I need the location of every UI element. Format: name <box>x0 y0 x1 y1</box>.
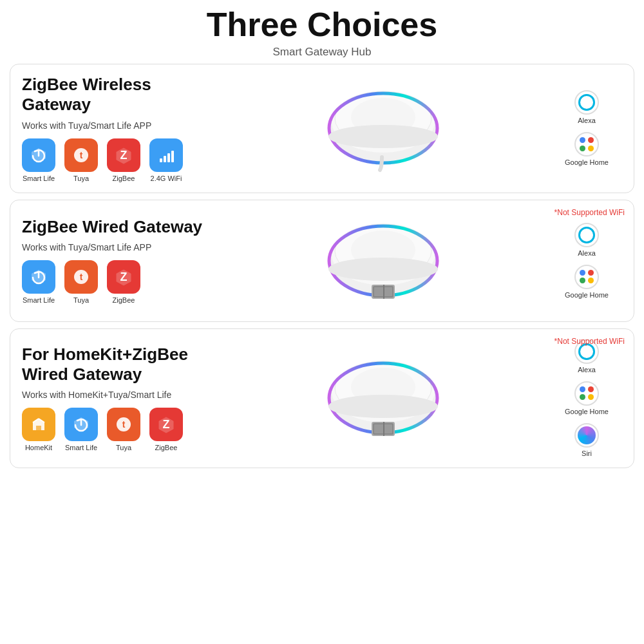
app-icon-label-tuya: Tuya <box>116 444 131 451</box>
card-left-wireless: ZigBee Wireless Gateway Works with Tuya/… <box>22 75 215 182</box>
assistant-label-siri: Siri <box>582 450 592 457</box>
not-supported-label: *Not Supported WiFi <box>554 208 625 217</box>
svg-text:Z: Z <box>120 149 128 162</box>
alexa-ring-icon <box>578 94 595 111</box>
svg-rect-4 <box>160 158 162 162</box>
card-title-wired: ZigBee Wired Gateway <box>22 217 215 237</box>
icons-row-wired: Smart Life t Tuya Z ZigBee <box>22 260 215 304</box>
app-icon-label-homekit: HomeKit <box>25 444 52 451</box>
assistant-label-google: Google Home <box>565 408 609 415</box>
svg-point-40 <box>328 395 438 418</box>
app-icon-label-wifi: 2.4G WiFi <box>151 175 182 182</box>
main-title: Three Choices <box>10 6 634 43</box>
assistant-google: Google Home <box>565 265 609 299</box>
app-icon-img-zigbee: Z <box>149 408 183 441</box>
assistant-label-alexa: Alexa <box>578 366 596 374</box>
assistant-alexa: Alexa <box>574 90 599 124</box>
app-icon-smartlife: Smart Life <box>22 138 55 182</box>
assistant-label-alexa: Alexa <box>578 249 596 257</box>
app-icon-wifi: 2.4G WiFi <box>149 138 183 182</box>
card-homekit: *Not Supported WiFi For HomeKit+ZigBee W… <box>10 328 634 468</box>
app-icon-label-zigbee: ZigBee <box>113 175 135 182</box>
card-left-homekit: For HomeKit+ZigBee Wired Gateway Works w… <box>22 345 215 451</box>
icons-row-wireless: Smart Life t Tuya Z ZigBee <box>22 138 215 182</box>
app-icon-zigbee: Z ZigBee <box>149 408 183 451</box>
app-icon-img-smartlife <box>64 408 98 441</box>
app-icon-label-zigbee: ZigBee <box>155 444 178 451</box>
app-icon-img-smartlife <box>22 138 55 172</box>
card-right-wired: Alexa Google Home <box>551 223 622 299</box>
assistant-label-google: Google Home <box>565 158 609 166</box>
alexa-ring-icon <box>578 227 595 243</box>
google-dots-icon <box>580 386 594 401</box>
app-icon-zigbee: Z ZigBee <box>107 260 140 304</box>
app-icon-img-tuya: t <box>64 260 98 294</box>
card-left-wired: ZigBee Wired Gateway Works with Tuya/Sma… <box>22 217 215 304</box>
assistant-icon-google <box>574 132 599 156</box>
assistant-google: Google Home <box>565 132 609 166</box>
app-icon-label-smartlife: Smart Life <box>23 175 55 182</box>
app-icon-label-smartlife: Smart Life <box>23 296 55 304</box>
svg-point-14 <box>328 125 438 148</box>
card-center-wireless <box>215 80 551 176</box>
app-icon-img-zigbee: Z <box>107 138 140 172</box>
app-icon-smartlife: Smart Life <box>22 260 55 304</box>
card-center-homekit <box>215 350 551 446</box>
app-icon-zigbee: Z ZigBee <box>107 138 140 182</box>
card-wired: *Not Supported WiFi ZigBee Wired Gateway… <box>10 200 634 322</box>
card-desc-wireless: Works with Tuya/Smart Life APP <box>22 120 215 131</box>
card-right-wireless: Alexa Google Home <box>551 90 622 166</box>
card-center-wired <box>215 213 551 309</box>
card-desc-wired: Works with Tuya/Smart Life APP <box>22 242 215 252</box>
assistant-icon-siri <box>574 423 599 448</box>
app-icon-img-wifi <box>149 138 183 172</box>
svg-rect-5 <box>164 156 166 162</box>
app-icon-label-tuya: Tuya <box>73 175 89 182</box>
assistant-icon-alexa <box>574 90 599 115</box>
assistant-label-alexa: Alexa <box>578 117 596 124</box>
svg-text:Z: Z <box>120 270 128 283</box>
card-title-wireless: ZigBee Wireless Gateway <box>22 75 215 115</box>
app-icon-tuya: t Tuya <box>107 408 140 451</box>
cards-container: ZigBee Wireless Gateway Works with Tuya/… <box>10 64 634 468</box>
assistant-google: Google Home <box>565 381 609 415</box>
card-title-homekit: For HomeKit+ZigBee Wired Gateway <box>22 345 215 384</box>
icons-row-homekit: HomeKit Smart Life t Tuya Z <box>22 408 215 451</box>
app-icon-img-tuya: t <box>107 408 140 441</box>
app-icon-homekit: HomeKit <box>22 408 55 451</box>
page-header: Three Choices Smart Gateway Hub <box>10 6 634 59</box>
svg-rect-44 <box>383 422 384 436</box>
card-wireless: ZigBee Wireless Gateway Works with Tuya/… <box>10 64 634 193</box>
svg-text:Z: Z <box>163 418 170 431</box>
svg-text:t: t <box>80 150 83 160</box>
app-icon-label-zigbee: ZigBee <box>113 296 135 304</box>
app-icon-img-zigbee: Z <box>107 260 140 294</box>
assistant-siri: Siri <box>574 423 599 457</box>
svg-rect-29 <box>383 285 384 299</box>
app-icon-img-smartlife <box>22 260 55 294</box>
svg-text:t: t <box>122 419 126 430</box>
app-icon-tuya: t Tuya <box>64 260 98 304</box>
assistant-icon-alexa <box>574 223 599 247</box>
app-icon-img-tuya: t <box>64 138 98 172</box>
app-icon-img-homekit <box>22 408 55 441</box>
app-icon-smartlife: Smart Life <box>64 408 98 451</box>
assistant-label-google: Google Home <box>565 291 609 299</box>
google-dots-icon <box>580 137 594 151</box>
assistant-alexa: Alexa <box>574 223 599 257</box>
svg-rect-7 <box>171 151 174 162</box>
svg-text:t: t <box>80 272 83 282</box>
card-right-homekit: Alexa Google Home Siri <box>551 339 622 457</box>
svg-point-25 <box>328 258 438 281</box>
siri-sphere-icon <box>578 426 596 444</box>
assistant-icon-google <box>574 381 599 406</box>
google-dots-icon <box>580 270 594 284</box>
sub-title: Smart Gateway Hub <box>10 46 634 59</box>
svg-rect-6 <box>167 153 170 162</box>
app-icon-tuya: t Tuya <box>64 138 98 182</box>
app-icon-label-tuya: Tuya <box>73 296 89 304</box>
card-desc-homekit: Works with HomeKit+Tuya/Smart Life <box>22 390 215 400</box>
not-supported-label: *Not Supported WiFi <box>554 337 625 346</box>
app-icon-label-smartlife: Smart Life <box>65 444 97 451</box>
assistant-icon-google <box>574 265 599 289</box>
